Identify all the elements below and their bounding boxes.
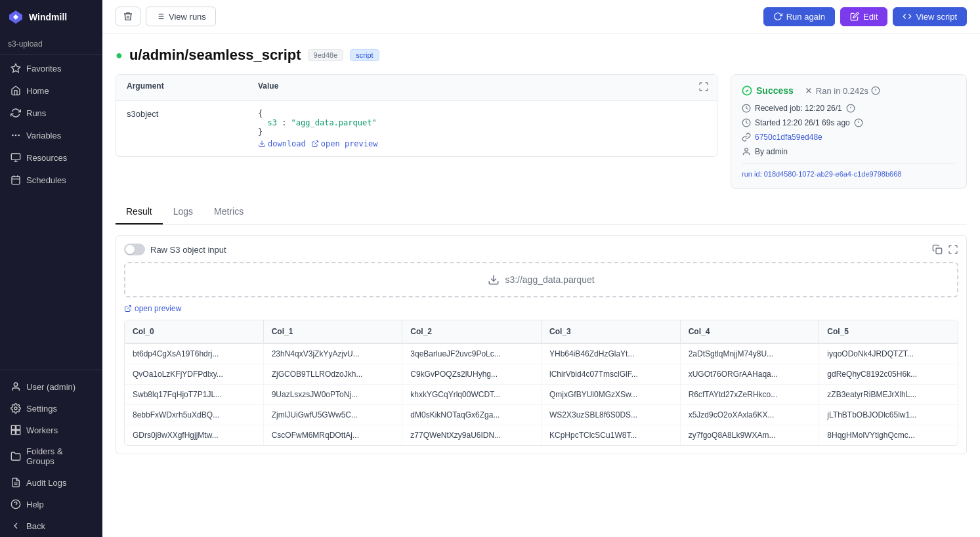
tab-logs[interactable]: Logs <box>163 200 203 225</box>
sidebar-bottom: User (admin) Settings Workers Folders & … <box>0 370 102 537</box>
type-badge: script <box>350 49 379 61</box>
result-area: Raw S3 object input s3://agg_data.parque… <box>116 235 967 454</box>
sidebar-item-workers[interactable]: Workers <box>3 419 100 440</box>
job-id-link[interactable]: 6750c1dfa59ed48e <box>755 133 822 142</box>
app-logo[interactable]: Windmill <box>0 0 102 34</box>
data-table: Col_0 Col_1 Col_2 Col_3 Col_4 Col_5 bt6d… <box>124 320 958 446</box>
cell-2-3: QmjxGfBYUl0MGzXSw... <box>542 385 681 404</box>
sidebar-item-user[interactable]: User (admin) <box>3 376 100 397</box>
sidebar-audit-label: Audit Logs <box>26 478 66 488</box>
argument-row: s3object { s3 : "agg_data.parquet" } <box>116 101 717 156</box>
table-row: 8ebbFxWDxrh5uXdBQ...ZjmlJUiGwfU5GWw5C...… <box>125 405 958 425</box>
success-label: Success <box>756 85 794 96</box>
sidebar-item-runs[interactable]: Runs <box>3 102 100 123</box>
schedules-icon <box>11 175 21 185</box>
cell-0-3: YHb64iB46ZdHzGlaYt... <box>542 344 681 364</box>
cell-1-0: QvOa1oLzKFjYDFPdlxy... <box>125 364 264 384</box>
view-runs-button[interactable]: View runs <box>146 7 216 26</box>
sidebar-folders-label: Folders & Groups <box>26 446 92 466</box>
sidebar-item-home[interactable]: Home <box>3 80 100 101</box>
svg-rect-45 <box>936 248 942 254</box>
by-admin-row: By admin <box>742 147 956 156</box>
ran-in-status: Ran in 0.242s <box>804 86 880 96</box>
copy-icon[interactable] <box>932 244 943 255</box>
download-icon-2 <box>488 274 500 286</box>
cell-3-5: jLThBTbOBJODlc65lw1... <box>819 405 958 425</box>
cell-2-5: zZB3eatyrRiBMEJrXlhL... <box>819 385 958 404</box>
star-icon <box>11 63 21 74</box>
expand-button[interactable] <box>691 75 717 100</box>
run-again-button[interactable]: Run again <box>763 7 835 26</box>
cell-0-1: 23hN4qxV3jZkYyAzjvU... <box>264 344 403 364</box>
sidebar-item-resources[interactable]: Resources <box>3 147 100 168</box>
svg-point-44 <box>745 148 748 152</box>
sidebar-item-settings[interactable]: Settings <box>3 398 100 419</box>
run-again-label: Run again <box>786 12 825 22</box>
x-icon <box>804 86 813 95</box>
toggle-label: Raw S3 object input <box>150 245 226 255</box>
sidebar-item-schedules[interactable]: Schedules <box>3 169 100 190</box>
arg-value-str: "agg_data.parquet" <box>291 118 377 127</box>
svg-rect-17 <box>11 431 15 435</box>
runs-icon <box>11 108 21 118</box>
raw-s3-toggle[interactable] <box>124 244 145 255</box>
sidebar-home-label: Home <box>26 86 49 96</box>
run-id-value: 018d4580-1072-ab29-e6a4-c1de9798b668 <box>764 170 902 178</box>
col-3-header: Col_3 <box>542 320 681 343</box>
cell-2-1: 9UazLsxzsJW0oPToNj... <box>264 385 403 404</box>
col-4-header: Col_4 <box>681 320 820 343</box>
status-icon: ● <box>116 49 123 62</box>
edit-button[interactable]: Edit <box>840 7 887 26</box>
by-admin-label: By admin <box>755 147 788 156</box>
cell-1-1: ZjGCOB9TLLROdzoJkh... <box>264 364 403 384</box>
view-script-button[interactable]: View script <box>893 7 967 26</box>
preview-link[interactable]: open preview <box>124 304 958 313</box>
info-icon-3 <box>854 118 863 127</box>
s3-download-box[interactable]: s3://agg_data.parquet <box>124 262 958 297</box>
svg-rect-16 <box>16 431 20 435</box>
preview-link-label: open preview <box>135 304 181 313</box>
svg-line-29 <box>314 141 318 145</box>
trash-icon <box>123 11 133 22</box>
cell-4-4: zy7fgoQ8A8Lk9WXAm... <box>681 425 820 445</box>
started-label: Started 12:20 26/1 69s ago <box>755 118 850 127</box>
toolbar-right: Run again Edit View script <box>763 7 967 26</box>
value-col-header: Value <box>247 75 691 100</box>
sidebar-item-variables[interactable]: Variables <box>3 125 100 146</box>
tab-metrics[interactable]: Metrics <box>203 200 254 225</box>
tab-result[interactable]: Result <box>116 200 163 225</box>
sidebar-item-folders-groups[interactable]: Folders & Groups <box>3 441 100 471</box>
job-id-row: 6750c1dfa59ed48e <box>742 133 956 142</box>
check-circle-icon <box>742 85 752 96</box>
svg-rect-5 <box>11 154 20 160</box>
sidebar-top-item[interactable]: s3-upload <box>0 34 102 54</box>
cell-4-3: KCpHpcTClcSCu1W8T... <box>542 425 681 445</box>
col-1-header: Col_1 <box>264 320 403 343</box>
download-link[interactable]: download <box>258 139 306 148</box>
user-icon <box>11 381 21 392</box>
cell-1-3: lChirVbid4c07TmsclGlF... <box>542 364 681 384</box>
download-icon <box>258 140 266 148</box>
ran-in-label: Ran in 0.242s <box>816 86 868 96</box>
received-row: Received job: 12:20 26/1 <box>742 104 956 113</box>
arg-json-close: } <box>258 127 706 137</box>
col-5-header: Col_5 <box>819 320 958 343</box>
sidebar-item-help[interactable]: Help <box>3 494 100 515</box>
workers-icon <box>11 425 21 435</box>
help-icon <box>11 499 21 509</box>
cell-3-2: dM0sKikNOTaqGx6Zga... <box>402 405 542 425</box>
cell-4-0: GDrs0j8wXXgfHgjjMtw... <box>125 425 264 445</box>
col-2-header: Col_2 <box>402 320 542 343</box>
argument-table: Argument Value s3object { s3 : <box>116 74 717 157</box>
home-icon <box>11 85 21 96</box>
run-id-row: run id: 018d4580-1072-ab29-e6a4-c1de9798… <box>742 170 956 178</box>
sidebar-item-audit-logs[interactable]: Audit Logs <box>3 472 100 493</box>
sidebar-resources-label: Resources <box>26 153 67 163</box>
sidebar: Windmill s3-upload Favorites Home Runs V… <box>0 0 102 537</box>
preview-link-arg[interactable]: open preview <box>311 139 378 148</box>
sidebar-item-favorites[interactable]: Favorites <box>3 58 100 79</box>
sidebar-item-back[interactable]: Back <box>3 515 100 536</box>
page-header: ● u/admin/seamless_script 9ed48e script <box>116 47 967 64</box>
delete-button[interactable] <box>116 7 140 26</box>
fullscreen-icon[interactable] <box>948 244 958 255</box>
